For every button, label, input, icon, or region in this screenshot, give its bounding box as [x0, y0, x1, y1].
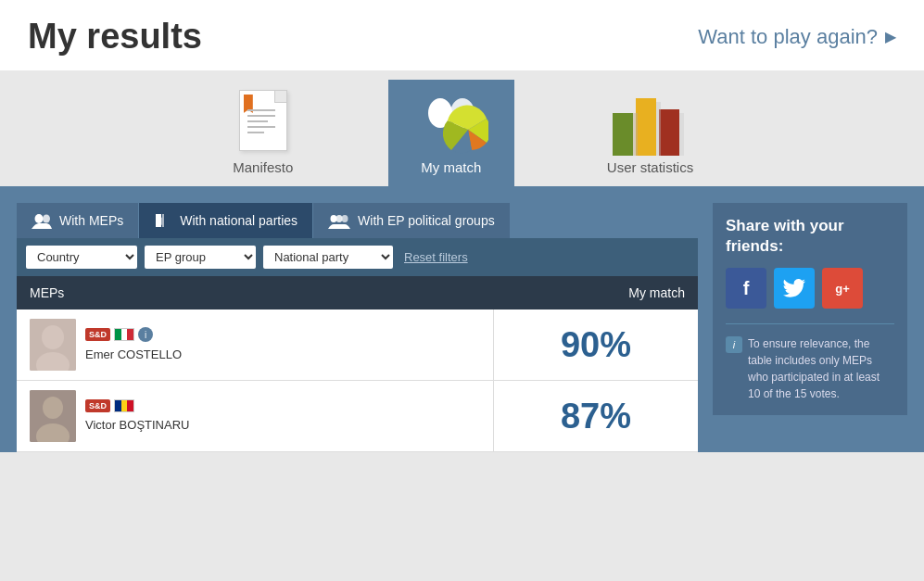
flag-it-1 [114, 328, 134, 341]
flag-ro-2 [114, 399, 134, 412]
twitter-button[interactable] [774, 268, 815, 309]
table-row: S&D Victor BOŞTINARU 87% [17, 381, 698, 452]
ep-group-filter[interactable]: EP group [145, 246, 256, 269]
svg-rect-5 [162, 214, 164, 227]
mep-info-1: S&D i Emer COSTELLO [17, 309, 494, 380]
nav-label-user-statistics: User statistics [607, 159, 693, 175]
sd-badge-2: S&D [85, 399, 110, 412]
mep-name-2: Victor BOŞTINARU [85, 418, 189, 432]
right-panel: Share with your friends: f g+ i To ensur… [713, 203, 907, 452]
play-again-link[interactable]: Want to play again? ▶ [698, 25, 896, 49]
svg-point-10 [42, 325, 64, 349]
tab-ep-groups[interactable]: With EP political groups [313, 203, 510, 238]
social-buttons: f g+ [726, 268, 894, 309]
mep-table: MEPs My match S&D [17, 276, 698, 452]
mep-match-1: 90% [494, 309, 698, 380]
tab-meps-label: With MEPs [59, 213, 123, 228]
table-header: MEPs My match [17, 276, 698, 309]
share-box: Share with your friends: f g+ i To ensur… [713, 203, 907, 415]
nav-item-my-match[interactable]: My match [388, 80, 514, 186]
main-content: With MEPs With national parties With EP … [0, 186, 924, 452]
reset-filters-link[interactable]: Reset filters [404, 250, 468, 264]
googleplus-button[interactable]: g+ [822, 268, 863, 309]
my-match-icon [414, 93, 488, 156]
play-again-arrow: ▶ [885, 28, 896, 45]
mep-badges-2: S&D [85, 399, 189, 412]
match-percent-1: 90% [561, 325, 631, 365]
share-title: Share with your friends: [726, 216, 894, 257]
left-panel: With MEPs With national parties With EP … [17, 203, 698, 452]
national-party-filter[interactable]: National party [263, 246, 393, 269]
user-statistics-icon [608, 86, 691, 156]
tabs: With MEPs With national parties With EP … [17, 203, 698, 238]
meps-tab-icon [32, 212, 52, 229]
svg-point-2 [35, 214, 44, 223]
info-section: i To ensure relevance, the table include… [726, 323, 894, 415]
svg-point-8 [342, 215, 348, 222]
col-meps: MEPs [30, 285, 64, 300]
table-row: S&D i Emer COSTELLO 90% [17, 309, 698, 381]
filters-row: Country EP group National party Reset fi… [17, 238, 698, 276]
info-content: i To ensure relevance, the table include… [726, 335, 894, 402]
tab-ep-groups-label: With EP political groups [358, 213, 495, 228]
nav-label-my-match: My match [421, 159, 481, 175]
mep-photo-1 [30, 319, 76, 371]
mep-photo-2 [30, 390, 76, 442]
info-badge-1[interactable]: i [138, 327, 153, 342]
match-percent-2: 87% [561, 397, 631, 436]
tab-national-parties-label: With national parties [180, 213, 297, 228]
mep-info-2: S&D Victor BOŞTINARU [17, 381, 494, 451]
manifesto-icon [231, 86, 296, 156]
mep-match-2: 87% [494, 381, 698, 451]
nav-item-user-statistics[interactable]: User statistics [607, 86, 693, 186]
info-icon: i [726, 336, 742, 353]
mep-details-1: S&D i Emer COSTELLO [85, 327, 182, 362]
tab-meps[interactable]: With MEPs [17, 203, 139, 238]
country-filter[interactable]: Country [26, 246, 137, 269]
nav-row: Manifesto My match [0, 70, 924, 186]
facebook-button[interactable]: f [726, 268, 766, 309]
mep-name-1: Emer COSTELLO [85, 347, 182, 361]
svg-point-13 [43, 397, 63, 419]
info-text: To ensure relevance, the table includes … [748, 335, 894, 402]
play-again-text: Want to play again? [698, 25, 878, 49]
page-title: My results [28, 17, 202, 57]
nav-label-manifesto: Manifesto [233, 159, 293, 175]
svg-point-6 [331, 215, 337, 222]
col-match: My match [628, 285, 685, 300]
ep-groups-tab-icon [328, 212, 350, 229]
svg-point-3 [43, 215, 50, 223]
tab-national-parties[interactable]: With national parties [139, 203, 313, 238]
mep-details-2: S&D Victor BOŞTINARU [85, 399, 189, 433]
svg-point-7 [336, 215, 343, 222]
nav-item-manifesto[interactable]: Manifesto [231, 86, 296, 186]
sd-badge-1: S&D [85, 328, 110, 341]
national-parties-tab-icon [154, 212, 172, 229]
mep-badges-1: S&D i [85, 327, 182, 342]
header: My results Want to play again? ▶ [0, 0, 924, 70]
